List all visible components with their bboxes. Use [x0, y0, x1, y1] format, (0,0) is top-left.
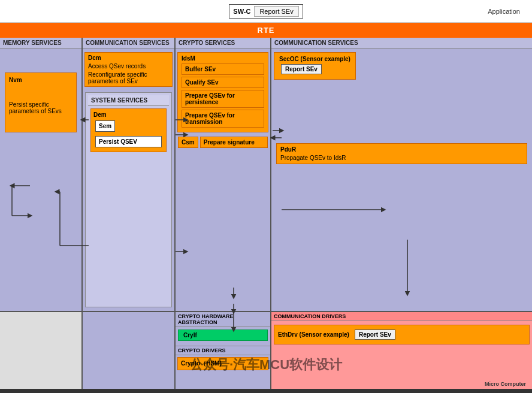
crypto-hw-abs-label: CRYPTO HARDWARE ABSTRACTION [176, 312, 270, 327]
top-bar: SW-C Report SEv Application [0, 0, 532, 23]
prepare-transmission-box: Prepare QSEv for transmission [182, 110, 264, 128]
idsm-label: IdsM [182, 55, 264, 62]
buffer-sev-box: Buffer SEv [182, 64, 264, 75]
report-sev-eth: Report SEv [355, 329, 395, 340]
eth-drv-label: EthDrv (Sensor example) [278, 331, 349, 338]
report-sev-top-button[interactable]: Report SEv [254, 6, 298, 17]
lower-memory-panel [0, 312, 83, 389]
secoc-row: SecOC (Sensor example) Report SEv [274, 52, 530, 80]
comm-services-left-title: COMMUNICATION SERVICES [83, 38, 174, 49]
comm-drivers-label: COMMUNICATION DRIVERS [271, 312, 532, 321]
crypto-services-panel: CRYPTO SERVICES IdsM Buffer SEv Qualify … [176, 38, 271, 311]
system-services-panel: SYSTEM SERVICES Dem Sem Persist QSEV [85, 92, 172, 307]
dcm-box: Dcm Access QSev records Reconfigurate sp… [84, 52, 173, 87]
csm-row: Csm Prepare signature [178, 137, 268, 148]
prepare-signature-box: Prepare signature [200, 137, 268, 148]
rte-bar: RTE [0, 23, 532, 38]
crypto-drivers-label: CRYPTO DRIVERS [176, 346, 270, 355]
csm-label: Csm [178, 137, 198, 148]
nvm-description: Persist specific parameters of SEvs [9, 101, 72, 114]
persist-qsev-box: Persist QSEV [95, 136, 162, 147]
dcm-reconfig: Reconfigurate specific parameters of SEv [88, 71, 169, 84]
report-sev-secoc: Report SEv [281, 64, 322, 74]
sw-c-box: SW-C Report SEv [229, 4, 303, 19]
memory-services-title: MEMORY SERVICES [0, 38, 81, 49]
lower-area: CRYPTO HARDWARE ABSTRACTION CryIf CRYPTO… [0, 311, 532, 389]
pdur-label: PduR [280, 146, 523, 153]
prepare-persistence-box: Prepare QSEv for persistence [182, 90, 264, 108]
dcm-label: Dcm [88, 55, 169, 61]
application-label: Application [488, 8, 520, 15]
pdur-area: PduR Propagate QSEv to IdsR [274, 141, 530, 167]
eth-drv-box: EthDrv (Sensor example) Report SEv [274, 325, 530, 344]
comm-services-right-panel: COMMUNICATION SERVICES SecOC (Sensor exa… [271, 38, 532, 311]
system-services-title: SYSTEM SERVICES [88, 95, 169, 106]
crypto-services-title: CRYPTO SERVICES [176, 38, 270, 49]
memory-services-panel: MEMORY SERVICES Nvm Persist specific par… [0, 38, 83, 311]
lower-comm-right-panel: COMMUNICATION DRIVERS EthDrv (Sensor exa… [271, 312, 532, 389]
sem-box: Sem [95, 120, 115, 132]
secoc-box: SecOC (Sensor example) Report SEv [274, 52, 356, 80]
idsm-box: IdsM Buffer SEv Qualify SEv Prepare QSEv… [177, 52, 268, 132]
hsm-bar: HSM Micro Computer www.cartechb.com [0, 389, 532, 393]
qualify-sev-box: Qualify SEv [182, 77, 264, 88]
cryif-box: CryIf [178, 329, 268, 341]
dem-label: Dem [93, 111, 164, 118]
sw-c-label: SW-C [233, 8, 250, 15]
dem-box: Dem Sem Persist QSEV [90, 108, 167, 152]
nvm-label: Nvm [9, 77, 72, 83]
lower-comm-left-panel [83, 312, 176, 389]
secoc-label: SecOC (Sensor example) [279, 56, 350, 62]
dcm-access: Access QSev records [88, 63, 169, 69]
nvm-box: Nvm Persist specific parameters of SEvs [5, 72, 77, 132]
pdur-box: PduR Propagate QSEv to IdsR [276, 143, 527, 164]
lower-crypto-panel: CRYPTO HARDWARE ABSTRACTION CryIf CRYPTO… [176, 312, 271, 389]
propagate-label: Propagate QSEv to IdsR [280, 155, 523, 161]
crypto-hsm-box: Crypto（HSM) [177, 357, 268, 370]
comm-services-left-panel: COMMUNICATION SERVICES Dcm Access QSev r… [83, 38, 176, 311]
website-label: www.cartechb.com [477, 389, 526, 393]
micro-computer-label: Micro Computer [485, 381, 526, 387]
comm-services-right-title: COMMUNICATION SERVICES [271, 38, 532, 49]
